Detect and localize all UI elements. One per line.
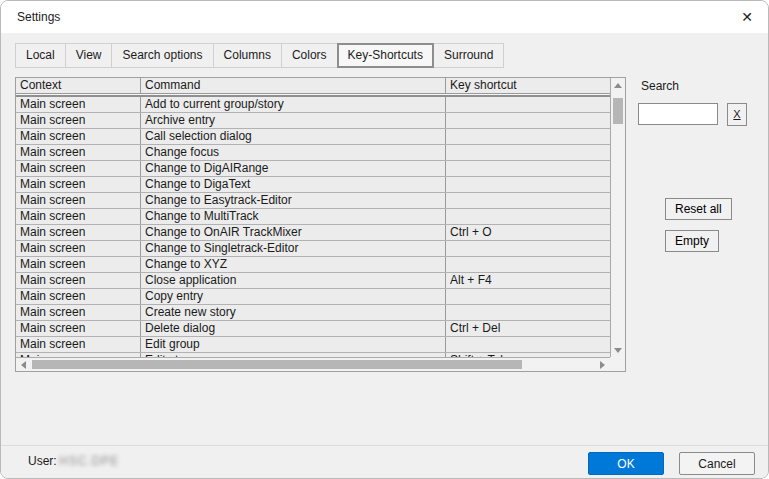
table-cell: Main screen (16, 129, 141, 144)
table-row[interactable]: Main screenChange to MultiTrack (16, 209, 610, 225)
table-cell: Main screen (16, 337, 141, 352)
tab-key-shortcuts[interactable]: Key-Shortcuts (337, 43, 434, 68)
table-cell (446, 113, 610, 128)
table-cell: Change to Easytrack-Editor (141, 193, 446, 208)
table-cell (446, 289, 610, 304)
table-cell (446, 305, 610, 320)
footer: User: HSC.DPE OK Cancel (1, 445, 768, 478)
table-cell: Main screen (16, 145, 141, 160)
table-row[interactable]: Main screenCreate new story (16, 305, 610, 321)
table-cell: Change to XYZ (141, 257, 446, 272)
table-cell: Main screen (16, 113, 141, 128)
table-cell (446, 241, 610, 256)
scrollbar-corner (610, 357, 625, 371)
table-cell (446, 161, 610, 176)
table-row[interactable]: Main screenClose applicationAlt + F4 (16, 273, 610, 289)
table-cell (446, 209, 610, 224)
arrow-right-icon (600, 361, 605, 369)
tab-view[interactable]: View (65, 43, 113, 68)
table-cell: Main screen (16, 225, 141, 240)
table-cell (446, 97, 610, 112)
table-cell: Alt + F4 (446, 273, 610, 288)
table-cell: Main screen (16, 289, 141, 304)
table-cell: Main screen (16, 321, 141, 336)
tab-bar: Local View Search options Columns Colors… (15, 43, 504, 68)
search-input[interactable] (638, 103, 718, 125)
table-cell: Change to DigAIRange (141, 161, 446, 176)
cancel-button[interactable]: Cancel (679, 452, 755, 475)
table-row[interactable]: Main screenEdit group (16, 337, 610, 353)
table-cell: Main screen (16, 305, 141, 320)
clear-icon: X (733, 108, 740, 120)
vertical-scrollbar-thumb[interactable] (613, 98, 623, 124)
table-cell: Main screen (16, 193, 141, 208)
table-row[interactable]: Main screenChange to XYZ (16, 257, 610, 273)
table-row[interactable]: Main screenCopy entry (16, 289, 610, 305)
table-row[interactable]: Main screenChange to OnAIR TrackMixerCtr… (16, 225, 610, 241)
table-cell: Change to Singletrack-Editor (141, 241, 446, 256)
tab-colors[interactable]: Colors (281, 43, 338, 68)
arrow-up-icon (614, 83, 622, 88)
table-row[interactable]: Main screenArchive entry (16, 113, 610, 129)
tab-surround[interactable]: Surround (433, 43, 504, 68)
horizontal-scrollbar-thumb[interactable] (32, 360, 522, 369)
ok-button[interactable]: OK (588, 452, 664, 475)
reset-all-button[interactable]: Reset all (665, 198, 732, 220)
table-row[interactable]: Main screenDelete dialogCtrl + Del (16, 321, 610, 337)
table-cell: Delete dialog (141, 321, 446, 336)
table-row[interactable]: Main screenChange to DigaText (16, 177, 610, 193)
column-header-context[interactable]: Context (16, 78, 141, 93)
table-cell: Call selection dialog (141, 129, 446, 144)
table-cell (446, 177, 610, 192)
close-button[interactable]: ✕ (732, 3, 762, 31)
table-row[interactable]: Main screenCall selection dialog (16, 129, 610, 145)
user-label: User: (28, 454, 57, 468)
empty-button[interactable]: Empty (665, 230, 719, 252)
table-cell: Main screen (16, 257, 141, 272)
table-cell: Ctrl + O (446, 225, 610, 240)
table-row[interactable]: Main screenChange to Easytrack-Editor (16, 193, 610, 209)
tab-columns[interactable]: Columns (213, 43, 282, 68)
clear-search-button[interactable]: X (727, 103, 747, 126)
scroll-up-button[interactable] (611, 78, 625, 92)
table-rows: Main screenAdd to current group/storyMai… (16, 97, 610, 357)
scroll-left-button[interactable] (16, 358, 31, 372)
titlebar: Settings ✕ (1, 1, 768, 33)
table-cell (446, 145, 610, 160)
table-cell (446, 193, 610, 208)
tab-search-options[interactable]: Search options (111, 43, 213, 68)
table-cell: Create new story (141, 305, 446, 320)
table-cell: Change to DigaText (141, 177, 446, 192)
table-cell: Main screen (16, 161, 141, 176)
tab-local[interactable]: Local (15, 43, 66, 68)
scroll-right-button[interactable] (595, 358, 610, 372)
window-title: Settings (17, 10, 60, 24)
table-row[interactable]: Main screenChange to Singletrack-Editor (16, 241, 610, 257)
table-cell: Change focus (141, 145, 446, 160)
column-header-key-shortcut[interactable]: Key shortcut (446, 78, 610, 93)
table-cell: Close application (141, 273, 446, 288)
table-cell: Main screen (16, 177, 141, 192)
arrow-down-icon (614, 348, 622, 353)
table-cell: Change to OnAIR TrackMixer (141, 225, 446, 240)
table-row[interactable]: Main screenChange to DigAIRange (16, 161, 610, 177)
table-cell: Main screen (16, 241, 141, 256)
table-cell: Main screen (16, 97, 141, 112)
table-cell (446, 337, 610, 352)
shortcut-table: Context Command Key shortcut Main screen… (15, 77, 626, 372)
horizontal-scrollbar[interactable] (16, 357, 610, 371)
table-row[interactable]: Main screenChange focus (16, 145, 610, 161)
arrow-left-icon (21, 361, 26, 369)
search-label: Search (641, 79, 679, 93)
column-header-command[interactable]: Command (141, 78, 446, 93)
table-cell (446, 257, 610, 272)
vertical-scrollbar[interactable] (610, 78, 625, 357)
table-cell: Copy entry (141, 289, 446, 304)
table-header-row: Context Command Key shortcut (16, 78, 610, 94)
close-icon: ✕ (741, 9, 753, 25)
table-row[interactable]: Main screenAdd to current group/story (16, 97, 610, 113)
table-cell: Main screen (16, 273, 141, 288)
table-cell: Change to MultiTrack (141, 209, 446, 224)
scroll-down-button[interactable] (611, 343, 625, 357)
shortcut-table-viewport: Context Command Key shortcut Main screen… (16, 78, 610, 357)
